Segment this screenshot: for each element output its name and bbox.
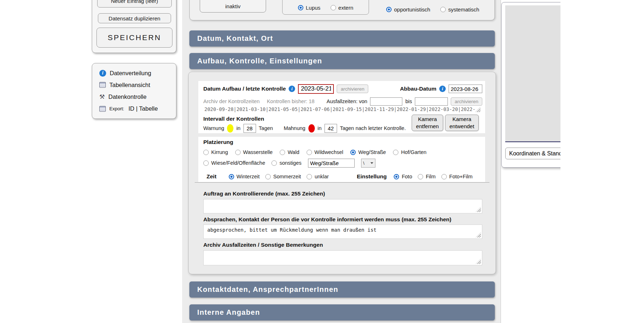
radio-label: unklar <box>314 174 329 179</box>
radio-label: Kirrung <box>211 149 228 155</box>
teardown-date-input[interactable] <box>449 85 482 93</box>
record-actions-box: Neuer Eintrag (leer) Datensatz duplizier… <box>92 0 176 53</box>
warning-days-input[interactable] <box>243 124 256 133</box>
inactive-toggle-button[interactable]: inaktiv <box>200 0 266 13</box>
menu-item-datenkontrolle[interactable]: ⚒ Datenkontrolle <box>99 92 173 102</box>
reminder-days-input[interactable] <box>325 124 337 133</box>
controls-count-text: Kontrollen bisher: 18 <box>267 98 314 104</box>
dropdown-value: \ <box>363 160 365 166</box>
resize-grip-icon[interactable] <box>475 107 480 112</box>
coordinates-location-button[interactable]: Koordinaten & Standort <box>505 148 560 159</box>
in-label: in <box>318 125 322 131</box>
setup-date-row: Datum Aufbau / letzte Kontrolle i archiv… <box>203 83 482 94</box>
export-prefix-label: Export: <box>109 106 124 111</box>
archive-control-times-link[interactable]: Archiv der Kontrollzeiten <box>203 98 260 104</box>
radio-label: Sommerzeit <box>273 174 301 179</box>
radio-label: Wasserstelle <box>243 149 273 155</box>
mode-radio-group: opportunistisch systematisch <box>386 5 479 14</box>
chevron-down-icon <box>370 162 373 164</box>
absprachen-textarea[interactable]: abgesprochen, bittet um Rückmeldung wenn… <box>203 225 482 239</box>
radio-icon <box>386 7 392 12</box>
archiv-bemerkungen-textarea[interactable] <box>203 250 482 265</box>
textarea-text: abgesprochen, bittet um Rückmeldung wenn… <box>204 225 482 238</box>
archive-control-date-button[interactable]: archivieren <box>337 85 368 93</box>
radio-film[interactable]: Film <box>418 174 435 179</box>
radio-opportunistisch[interactable]: opportunistisch <box>386 6 430 13</box>
auftrag-label-row: Auftrag an Kontrollierende (max. 255 Zei… <box>203 190 325 197</box>
placement-title: Platzierung <box>203 139 233 145</box>
radio-label: Weg/Straße <box>358 149 386 155</box>
radio-label: Hof/Garten <box>401 149 426 155</box>
radio-label: extern <box>338 5 354 11</box>
map-card: Koordinaten & Standort <box>501 2 560 168</box>
control-dates-history[interactable]: 2020-09-28|2021-03-10|2021-05-05|2021-07… <box>204 106 488 112</box>
control-dates-text: 2020-09-28|2021-03-10|2021-05-05|2021-07… <box>204 106 475 112</box>
radio-label: Wildwechsel <box>314 149 344 155</box>
radio-label: Wald <box>288 149 299 155</box>
time-setting-row: Zeit Winterzeit Sommerzeit unklar Einste… <box>207 172 473 181</box>
placement-dropdown[interactable]: \ <box>361 159 375 168</box>
placement-custom-input[interactable] <box>308 159 355 168</box>
menu-item-export[interactable]: Export: ID | Tabelle <box>99 103 173 114</box>
radio-foto-film[interactable]: Foto+Film <box>441 174 473 179</box>
section-header-datum-kontakt-ort[interactable]: Datum, Kontakt, Ort <box>189 30 495 47</box>
in-label: in <box>236 125 240 131</box>
tools-icon: ⚒ <box>99 94 105 100</box>
radio-label: systematisch <box>448 6 479 13</box>
camera-stolen-button[interactable]: Kamera entwendet <box>445 115 479 131</box>
section-header-aufbau-kontrolle[interactable]: Aufbau, Kontrolle, Einstellungen <box>189 53 495 69</box>
radio-winterzeit[interactable]: Winterzeit <box>229 174 260 179</box>
table-icon <box>99 82 106 88</box>
radio-sonstiges[interactable]: sonstiges <box>271 160 301 166</box>
info-icon[interactable]: i <box>289 86 295 92</box>
radio-label: opportunistisch <box>394 6 430 13</box>
radio-wiese-feld[interactable]: Wiese/Feld/Offenfläche <box>203 160 265 166</box>
radio-foto[interactable]: Foto <box>394 174 412 179</box>
data-tools-menu: i Datenverteilung Tabellenansicht ⚒ Date… <box>92 63 176 119</box>
setup-date-input[interactable] <box>298 84 334 94</box>
radio-icon <box>265 174 271 179</box>
interval-title: Intervall der Kontrollen <box>203 116 264 122</box>
radio-hof-garten[interactable]: Hof/Garten <box>393 149 426 155</box>
section-header-kontaktdaten[interactable]: Kontaktdaten, AnsprechpartnerInnen <box>189 281 495 298</box>
interval-row: Warnung in Tagen Mahnung in Tagen nach l… <box>203 123 406 133</box>
radio-label: Foto+Film <box>449 174 473 179</box>
auftrag-textarea[interactable] <box>203 199 482 213</box>
new-entry-button[interactable]: Neuer Eintrag (leer) <box>97 0 172 8</box>
textarea-text <box>204 251 482 265</box>
save-button[interactable]: SPEICHERN <box>96 28 172 48</box>
setup-date-label: Datum Aufbau / letzte Kontrolle <box>203 86 286 92</box>
radio-unklar[interactable]: unklar <box>307 174 329 179</box>
archive-downtime-button[interactable]: archivieren <box>451 97 482 106</box>
radio-icon <box>394 174 399 179</box>
placement-radio-row-2: Wiese/Feld/Offenfläche sonstiges \ <box>203 158 375 168</box>
radio-extern[interactable]: extern <box>331 5 354 11</box>
radio-label: Winterzeit <box>237 174 260 179</box>
right-panel-clip: Koordinaten & Standort <box>501 0 560 172</box>
radio-icon <box>229 174 234 179</box>
menu-item-tabellenansicht[interactable]: Tabellenansicht <box>99 79 173 90</box>
radio-kirrung[interactable]: Kirrung <box>203 149 228 155</box>
camera-remove-button[interactable]: Kamera entfernen <box>412 115 443 131</box>
info-icon[interactable]: i <box>439 86 446 92</box>
downtime-to-input[interactable] <box>415 97 448 106</box>
section-header-interne-angaben[interactable]: Interne Angaben <box>189 304 495 320</box>
radio-systematisch[interactable]: systematisch <box>440 6 479 13</box>
duplicate-record-button[interactable]: Datensatz duplizieren <box>98 13 171 23</box>
table-icon <box>99 106 106 112</box>
radio-weg-strasse[interactable]: Weg/Straße <box>350 149 386 155</box>
radio-lupus[interactable]: Lupus <box>298 5 321 11</box>
radio-wasserstelle[interactable]: Wasserstelle <box>235 149 273 155</box>
radio-icon <box>418 174 423 179</box>
map-placeholder <box>505 5 560 142</box>
downtime-from-input[interactable] <box>370 97 402 106</box>
menu-item-label: ID | Tabelle <box>128 105 158 112</box>
radio-sommerzeit[interactable]: Sommerzeit <box>265 174 301 179</box>
form-divider <box>195 182 489 183</box>
radio-wald[interactable]: Wald <box>280 149 299 155</box>
absprachen-label-row: Absprachen, Kontakt der Person die vor K… <box>203 216 451 223</box>
reminder-red-dot-icon <box>308 124 315 132</box>
menu-item-datenverteilung[interactable]: i Datenverteilung <box>99 68 173 78</box>
menu-item-label: Tabellenansicht <box>109 82 150 88</box>
radio-wildwechsel[interactable]: Wildwechsel <box>307 149 344 155</box>
